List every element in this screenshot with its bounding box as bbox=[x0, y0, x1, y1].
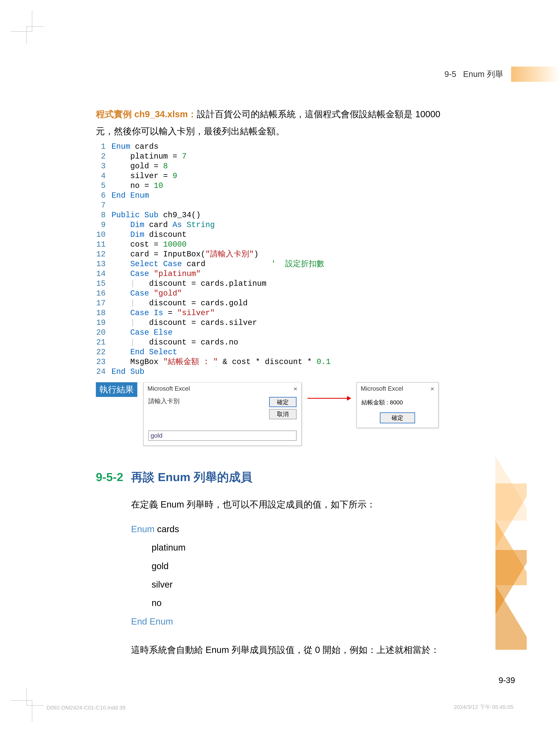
intro-line2: 元，然後你可以輸入卡別，最後列出結帳金額。 bbox=[96, 126, 285, 136]
line-number: 3 bbox=[96, 161, 111, 171]
card-type-input[interactable] bbox=[148, 431, 297, 441]
line-number: 22 bbox=[96, 347, 111, 357]
cancel-button[interactable]: 取消 bbox=[269, 409, 297, 419]
line-number: 17 bbox=[96, 298, 111, 308]
header-gradient-bar bbox=[511, 67, 560, 82]
line-number: 18 bbox=[96, 308, 111, 318]
line-number: 7 bbox=[96, 201, 111, 210]
execution-result-row: 執行結果 Microsoft Excel × 確定 取消 請輸入卡別 Micro… bbox=[96, 382, 497, 446]
example-label: 程式實例 ch9_34.xlsm： bbox=[96, 109, 197, 119]
header-section-title: Enum 列舉 bbox=[463, 69, 503, 79]
ok-button[interactable]: 確定 bbox=[269, 397, 297, 407]
line-number: 19 bbox=[96, 318, 111, 328]
line-number: 15 bbox=[96, 279, 111, 289]
intro-line1: 設計百貨公司的結帳系統，這個程式會假設結帳金額是 10000 bbox=[197, 109, 440, 119]
line-number: 10 bbox=[96, 230, 111, 240]
page-number: 9-39 bbox=[499, 676, 515, 685]
line-number: 14 bbox=[96, 269, 111, 279]
crop-mark-top-left-inner bbox=[26, 26, 44, 44]
line-number: 4 bbox=[96, 171, 111, 181]
dialog2-title: Microsoft Excel bbox=[361, 385, 403, 393]
body-paragraph-2: 這時系統會自動給 Enum 列舉成員預設值，從 0 開始，例如：上述就相當於： bbox=[131, 641, 497, 658]
line-number: 23 bbox=[96, 357, 111, 367]
footer-right: 2024/3/12 下午 05:45:05 bbox=[454, 703, 513, 711]
arrow-icon bbox=[307, 398, 351, 399]
code-listing: 1Enum cards 2 platinum = 7 3 gold = 8 4 … bbox=[96, 142, 497, 377]
line-number: 24 bbox=[96, 367, 111, 377]
footer-left: D092-DM2424-C01-C10.indd 39 bbox=[47, 705, 125, 711]
line-number: 8 bbox=[96, 210, 111, 220]
close-icon[interactable]: × bbox=[293, 385, 297, 393]
crop-mark-bottom-left-inner bbox=[26, 688, 44, 706]
line-number: 16 bbox=[96, 289, 111, 298]
header-section-number: 9-5 bbox=[444, 69, 456, 79]
section-title: 再談 Enum 列舉的成員 bbox=[131, 469, 252, 485]
line-number: 12 bbox=[96, 249, 111, 259]
result-label: 執行結果 bbox=[96, 382, 137, 397]
line-number: 5 bbox=[96, 181, 111, 191]
page-header: 9-5 Enum 列舉 bbox=[444, 67, 560, 82]
dialog1-title: Microsoft Excel bbox=[147, 385, 190, 393]
input-dialog: Microsoft Excel × 確定 取消 請輸入卡別 bbox=[143, 382, 302, 446]
line-number: 13 bbox=[96, 259, 111, 269]
section-heading: 9-5-2 再談 Enum 列舉的成員 bbox=[96, 469, 497, 485]
line-number: 1 bbox=[96, 142, 111, 152]
dialog2-message: 結帳金額 : 8000 bbox=[357, 395, 438, 413]
section-number: 9-5-2 bbox=[96, 470, 123, 484]
line-number: 20 bbox=[96, 328, 111, 337]
line-number: 6 bbox=[96, 191, 111, 201]
line-number: 2 bbox=[96, 152, 111, 161]
message-dialog: Microsoft Excel × 結帳金額 : 8000 確定 bbox=[356, 382, 439, 428]
intro-paragraph: 程式實例 ch9_34.xlsm：設計百貨公司的結帳系統，這個程式會假設結帳金額… bbox=[96, 106, 497, 140]
main-content: 程式實例 ch9_34.xlsm：設計百貨公司的結帳系統，這個程式會假設結帳金額… bbox=[96, 106, 497, 658]
line-number: 21 bbox=[96, 337, 111, 347]
line-number: 11 bbox=[96, 240, 111, 249]
line-number: 9 bbox=[96, 220, 111, 230]
ok-button[interactable]: 確定 bbox=[380, 413, 415, 423]
body-paragraph-1: 在定義 Enum 列舉時，也可以不用設定成員的值，如下所示： bbox=[131, 496, 497, 513]
enum-code-example: Enum cards platinum gold silver no End E… bbox=[131, 520, 497, 631]
close-icon[interactable]: × bbox=[430, 385, 434, 393]
